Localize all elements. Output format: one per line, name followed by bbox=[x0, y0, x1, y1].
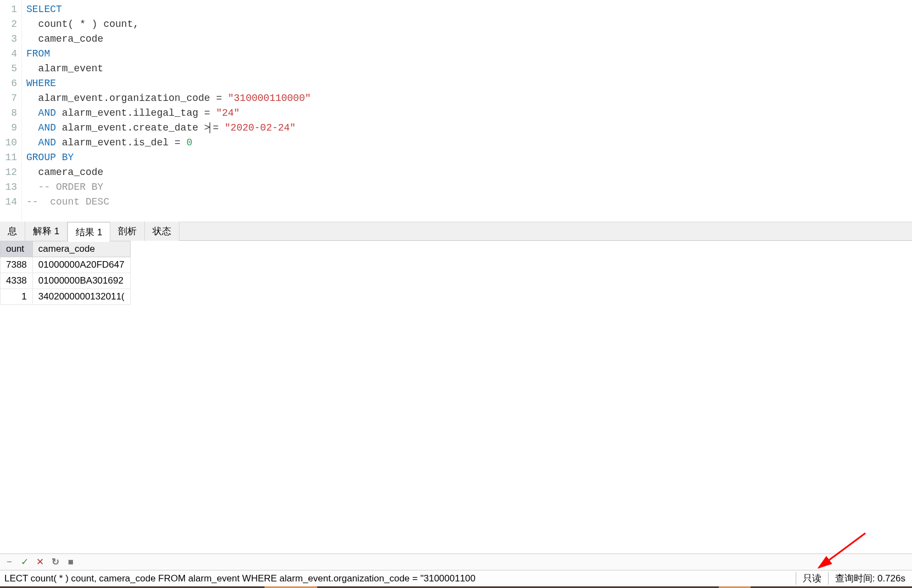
sql-editor[interactable]: 1234567891011121314 SELECT count( * ) co… bbox=[0, 0, 912, 222]
status-bar: LECT count( * ) count, camera_code FROM … bbox=[0, 570, 912, 586]
tab-2[interactable]: 结果 1 bbox=[67, 222, 110, 242]
cell-count[interactable]: 7388 bbox=[1, 257, 33, 273]
cell-count[interactable]: 4338 bbox=[1, 273, 33, 289]
tab-0[interactable]: 息 bbox=[0, 222, 25, 241]
refresh-icon[interactable]: ↻ bbox=[50, 557, 60, 567]
table-row[interactable]: 433801000000BA301692 bbox=[1, 273, 131, 289]
tab-4[interactable]: 状态 bbox=[145, 222, 179, 241]
column-header[interactable]: camera_code bbox=[32, 241, 130, 257]
table-row[interactable]: 738801000000A20FD647 bbox=[1, 257, 131, 273]
apply-icon[interactable]: ✓ bbox=[20, 557, 30, 567]
stop-icon[interactable]: ■ bbox=[66, 557, 76, 567]
tab-1[interactable]: 解释 1 bbox=[25, 222, 67, 241]
status-sql-preview: LECT count( * ) count, camera_code FROM … bbox=[0, 573, 796, 584]
cancel-icon[interactable]: ✕ bbox=[35, 557, 45, 567]
line-gutter: 1234567891011121314 bbox=[0, 0, 22, 222]
cell-count[interactable]: 1 bbox=[1, 289, 33, 305]
cell-camera-code[interactable]: 01000000BA301692 bbox=[32, 273, 130, 289]
first-record-icon[interactable]: − bbox=[4, 557, 14, 567]
cell-camera-code[interactable]: 3402000000132011( bbox=[32, 289, 130, 305]
cell-camera-code[interactable]: 01000000A20FD647 bbox=[32, 257, 130, 273]
action-bar: − ✓ ✕ ↻ ■ bbox=[0, 553, 912, 570]
column-header[interactable]: ount bbox=[1, 241, 33, 257]
tab-3[interactable]: 剖析 bbox=[110, 222, 145, 241]
result-tabs: 息解释 1结果 1剖析状态 bbox=[0, 222, 912, 241]
result-grid[interactable]: ountcamera_code 738801000000A20FD6474338… bbox=[0, 241, 912, 553]
status-query-time: 查询时间: 0.726s bbox=[828, 572, 913, 585]
status-readonly: 只读 bbox=[796, 572, 828, 585]
code-area[interactable]: SELECT count( * ) count, camera_code FRO… bbox=[22, 0, 912, 222]
table-row[interactable]: 13402000000132011( bbox=[1, 289, 131, 305]
